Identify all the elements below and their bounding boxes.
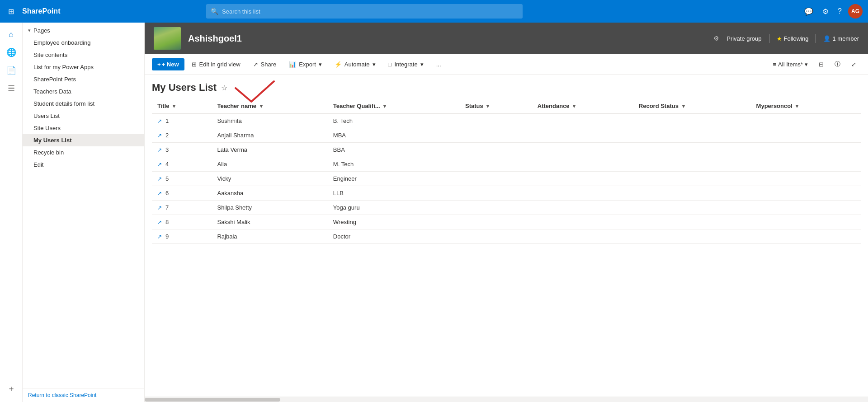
scrollbar-thumb[interactable] — [145, 398, 280, 402]
row-link-icon: ↗ — [157, 132, 162, 139]
site-title-container: Ashishgoel1 ⚙ — [188, 33, 719, 44]
sidebar-item-my-users-list[interactable]: My Users List — [23, 134, 144, 146]
help-icon[interactable]: ? — [835, 5, 844, 17]
following-button[interactable]: ★ Following — [777, 35, 809, 42]
settings-icon[interactable]: ⚙ — [820, 5, 831, 18]
cell-title[interactable]: ↗ 7 — [152, 201, 212, 215]
sidebar: ▾ Pages Employee onboarding Site content… — [23, 23, 145, 402]
sidebar-item-site-users[interactable]: Site Users — [23, 122, 144, 134]
list-area: My Users List ☆ Title ▾ Teacher name — [145, 75, 868, 397]
cell-attendance — [532, 229, 633, 244]
page-icon[interactable]: 📄 — [3, 62, 19, 79]
cell-title[interactable]: ↗ 2 — [152, 128, 212, 143]
sidebar-item-sharepoint-pets[interactable]: SharePoint Pets — [23, 73, 144, 85]
column-header-record-status[interactable]: Record Status ▾ — [633, 99, 751, 113]
cell-title[interactable]: ↗ 1 — [152, 113, 212, 128]
view-selector[interactable]: ≡ All Items* ▾ — [769, 59, 813, 70]
cell-teacher-name: Sakshi Malik — [212, 215, 327, 229]
site-logo-image — [154, 27, 181, 50]
cell-qualification: LLB — [328, 186, 460, 201]
cell-record-status — [633, 143, 751, 157]
horizontal-scrollbar[interactable] — [145, 397, 868, 402]
cell-attendance — [532, 201, 633, 215]
cell-mypersoncol — [751, 201, 861, 215]
chevron-down-icon4: ▾ — [805, 61, 808, 68]
search-bar[interactable]: 🔍 — [206, 4, 523, 19]
export-icon: 📊 — [289, 61, 296, 68]
home-icon[interactable]: ⌂ — [3, 26, 19, 42]
table-row: ↗ 2 Anjali Sharma MBA — [152, 128, 861, 143]
column-header-title[interactable]: Title ▾ — [152, 99, 212, 113]
sort-icon2: ▾ — [260, 103, 263, 109]
export-button[interactable]: 📊 Export ▾ — [283, 58, 327, 70]
sort-icon5: ▾ — [573, 103, 576, 109]
column-header-qualification[interactable]: Teacher Qualifi... ▾ — [328, 99, 460, 113]
sort-icon: ▾ — [173, 103, 175, 109]
list-star-icon[interactable]: ☆ — [221, 84, 227, 92]
cell-record-status — [633, 113, 751, 128]
cell-mypersoncol — [751, 229, 861, 244]
cell-title[interactable]: ↗ 8 — [152, 215, 212, 229]
cell-title[interactable]: ↗ 9 — [152, 229, 212, 244]
list-table: Title ▾ Teacher name ▾ Teacher Qualifi..… — [152, 99, 861, 244]
globe-icon[interactable]: 🌐 — [3, 44, 19, 61]
lines-icon: ≡ — [773, 61, 777, 68]
edit-grid-view-button[interactable]: ⊞ Edit in grid view — [186, 58, 246, 70]
integrate-icon: □ — [388, 61, 392, 68]
cell-title[interactable]: ↗ 6 — [152, 186, 212, 201]
automate-icon: ⚡ — [335, 61, 342, 68]
integrate-button[interactable]: □ Integrate ▾ — [383, 58, 429, 70]
cell-qualification: M. Tech — [328, 157, 460, 172]
cell-status — [460, 186, 532, 201]
table-header-row: Title ▾ Teacher name ▾ Teacher Qualifi..… — [152, 99, 861, 113]
column-header-attendance[interactable]: Attendance ▾ — [532, 99, 633, 113]
cell-record-status — [633, 186, 751, 201]
avatar[interactable]: AG — [848, 4, 863, 19]
sidebar-item-recycle-bin[interactable]: Recycle bin — [23, 146, 144, 159]
waffle-icon[interactable]: ⊞ — [5, 5, 17, 18]
cell-attendance — [532, 113, 633, 128]
feedback-icon[interactable]: 💬 — [802, 5, 816, 18]
cell-teacher-name: Rajbala — [212, 229, 327, 244]
search-input[interactable] — [222, 8, 518, 15]
cell-title[interactable]: ↗ 3 — [152, 143, 212, 157]
site-title: Ashishgoel1 — [188, 33, 707, 44]
cell-title[interactable]: ↗ 5 — [152, 172, 212, 186]
share-button[interactable]: ↗ Share — [248, 58, 282, 70]
cell-teacher-name: Anjali Sharma — [212, 128, 327, 143]
main-layout: ⌂ 🌐 📄 ☰ ＋ ▾ Pages Employee onboarding Si… — [0, 23, 868, 402]
row-number-value: 5 — [165, 175, 169, 182]
column-header-mypersoncol[interactable]: Mypersoncol ▾ — [751, 99, 861, 113]
column-header-status[interactable]: Status ▾ — [460, 99, 532, 113]
sidebar-item-edit[interactable]: Edit — [23, 159, 144, 171]
new-button[interactable]: + + New — [152, 58, 184, 70]
list-icon[interactable]: ☰ — [3, 80, 19, 97]
automate-button[interactable]: ⚡ Automate ▾ — [329, 58, 381, 70]
cell-mypersoncol — [751, 113, 861, 128]
sidebar-item-list-power-apps[interactable]: List for my Power Apps — [23, 61, 144, 73]
cell-title[interactable]: ↗ 4 — [152, 157, 212, 172]
toolbar: + + New ⊞ Edit in grid view ↗ Share 📊 Ex… — [145, 54, 868, 75]
sidebar-item-users-list[interactable]: Users List — [23, 110, 144, 122]
row-number-value: 2 — [165, 132, 169, 139]
more-button[interactable]: ... — [431, 58, 447, 70]
sidebar-item-employee-onboarding[interactable]: Employee onboarding — [23, 37, 144, 49]
expand-button[interactable]: ⤢ — [847, 59, 861, 70]
sidebar-item-teachers-data[interactable]: Teachers Data — [23, 85, 144, 98]
toolbar-right: ≡ All Items* ▾ ⊟ ⓘ ⤢ — [769, 58, 861, 70]
cell-attendance — [532, 215, 633, 229]
sidebar-section-pages[interactable]: ▾ Pages — [23, 24, 144, 37]
column-header-teacher-name[interactable]: Teacher name ▾ — [212, 99, 327, 113]
table-row: ↗ 3 Lata Verma BBA — [152, 143, 861, 157]
site-settings-icon[interactable]: ⚙ — [713, 35, 719, 42]
info-button[interactable]: ⓘ — [830, 58, 845, 70]
share-icon: ↗ — [253, 61, 258, 68]
sidebar-resize-handle[interactable] — [142, 23, 144, 402]
sidebar-item-site-contents[interactable]: Site contents — [23, 49, 144, 61]
filter-button[interactable]: ⊟ — [814, 59, 828, 70]
expand-icon: ⤢ — [851, 61, 856, 68]
add-icon[interactable]: ＋ — [3, 380, 19, 397]
row-link-icon: ↗ — [157, 234, 162, 240]
return-classic-link[interactable]: Return to classic SharePoint — [23, 388, 144, 402]
sidebar-item-student-details[interactable]: Student details form list — [23, 98, 144, 110]
